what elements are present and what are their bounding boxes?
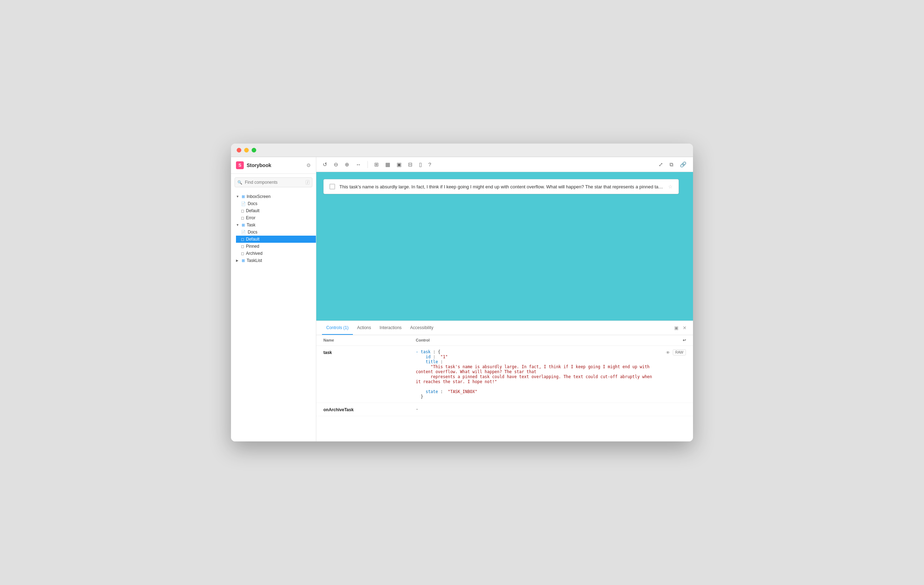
fullscreen-preview-icon[interactable]: ▯ (417, 160, 423, 169)
search-shortcut: / (305, 180, 310, 185)
control-name-task: task (323, 349, 416, 355)
docs-icon-task: 📄 (241, 230, 246, 235)
code-indent4 (416, 374, 431, 379)
tab-controls[interactable]: Controls (1) (322, 321, 353, 335)
code-title-val: "This task's name is absurdly large. In … (416, 364, 650, 374)
sidebar-item-label-tasklist: TaskList (247, 258, 262, 263)
tab-actions-label: Actions (357, 325, 371, 330)
search-icon: 🔍 (238, 180, 243, 185)
story-icon-inbox-error: ◻ (241, 216, 244, 220)
task-star-icon[interactable]: ☆ (668, 184, 673, 189)
viewport-icon[interactable]: ⊟ (407, 160, 414, 169)
sidebar-item-inbox-default[interactable]: ◻ Default (236, 207, 316, 214)
story-icon-task-archived: ◻ (241, 251, 244, 256)
traffic-lights (237, 148, 256, 152)
zoom-in-icon[interactable]: ⊕ (343, 160, 351, 169)
sidebar-item-task[interactable]: ▼ ⊞ Task (231, 221, 316, 228)
task-card: This task's name is absurdly large. In f… (323, 179, 679, 194)
expand-arrow-task: ▼ (236, 223, 240, 227)
col-header-name: Name (323, 338, 416, 343)
code-id-key: id (426, 354, 431, 359)
sidebar-item-label-task: Task (247, 223, 256, 228)
expand-icon[interactable]: ⤢ (657, 160, 665, 169)
sidebar-item-label-inbox-default: Default (246, 208, 259, 213)
new-tab-icon[interactable]: ⧉ (668, 160, 675, 169)
code-title-val2: represents a pinned task could have text… (416, 374, 652, 384)
sidebar-item-label-inboxscreen: InboxScreen (247, 194, 271, 199)
app-window: S Storybook ⚙ 🔍 / ▼ ⊞ InboxScreen 📄 (231, 144, 693, 441)
help-icon[interactable]: ? (427, 160, 432, 169)
control-value-task: - task : { id : "1" title : "This task's… (416, 349, 657, 399)
code-indent5 (416, 389, 426, 394)
tab-controls-label: Controls (1) (326, 325, 349, 330)
tab-actions[interactable]: Actions (353, 321, 375, 335)
grid-icon[interactable]: ⊞ (373, 160, 380, 169)
docs-icon-inbox: 📄 (241, 202, 246, 206)
code-state-val: "TASK_INBOX" (448, 389, 477, 394)
component-icon-task: ⊞ (242, 223, 245, 228)
zoom-reset-icon[interactable]: ↔ (354, 160, 363, 169)
expand-arrow-tasklist: ▶ (236, 259, 240, 262)
sidebar-item-inbox-docs[interactable]: 📄 Docs (236, 200, 316, 207)
tab-interactions[interactable]: Interactions (375, 321, 406, 335)
reset-all-icon[interactable]: ↩ (675, 338, 686, 343)
code-title-key: title (426, 359, 438, 364)
sidebar-item-label-task-default: Default (246, 237, 259, 242)
app-body: S Storybook ⚙ 🔍 / ▼ ⊞ InboxScreen 📄 (231, 157, 693, 441)
tab-accessibility-label: Accessibility (410, 325, 433, 330)
link-icon[interactable]: 🔗 (678, 160, 688, 169)
tab-accessibility[interactable]: Accessibility (406, 321, 437, 335)
close-button[interactable] (237, 148, 241, 152)
controls-header: Name Control ↩ (316, 335, 693, 346)
task-title-text: This task's name is absurdly large. In f… (339, 184, 664, 189)
raw-button[interactable]: RAW (673, 349, 686, 355)
sidebar-header: S Storybook ⚙ (231, 157, 316, 174)
sidebar-item-inboxscreen[interactable]: ▼ ⊞ InboxScreen (231, 193, 316, 200)
story-icon-task-pinned: ◻ (241, 244, 244, 249)
code-colon2: : (438, 359, 443, 364)
zoom-out-icon[interactable]: ⊖ (332, 160, 340, 169)
sidebar-item-task-docs[interactable]: 📄 Docs (236, 228, 316, 236)
controls-area: Name Control ↩ task - task : { id : "1" … (316, 335, 693, 441)
panel-layout-icon[interactable]: ▣ (673, 324, 679, 331)
component-tree: ▼ ⊞ InboxScreen 📄 Docs ◻ Default ◻ Error (231, 191, 316, 441)
control-actions-task: 👁 RAW (657, 349, 686, 355)
minimize-button[interactable] (244, 148, 249, 152)
col-header-control: Control (416, 338, 675, 343)
sidebar-item-inbox-error[interactable]: ◻ Error (236, 214, 316, 221)
code-indent1 (416, 354, 426, 359)
refresh-icon[interactable]: ↺ (321, 160, 329, 169)
sidebar-item-task-default[interactable]: ◻ Default (236, 236, 316, 243)
story-icon-task-default: ◻ (241, 237, 244, 242)
tabs-row: Controls (1) Actions Interactions Access… (316, 321, 693, 335)
toolbar-right: ⤢ ⧉ 🔗 (657, 160, 688, 169)
sidebar-item-tasklist[interactable]: ▶ ⊞ TaskList (231, 257, 316, 264)
control-name-onArchivetask: onArchiveTask (323, 407, 416, 412)
layout-icon[interactable]: ▦ (384, 160, 392, 169)
sidebar-item-label-inbox-error: Error (246, 215, 256, 220)
sidebar: S Storybook ⚙ 🔍 / ▼ ⊞ InboxScreen 📄 (231, 157, 316, 441)
sidebar-item-task-pinned[interactable]: ◻ Pinned (236, 243, 316, 250)
code-colon1: : (431, 354, 441, 359)
search-input[interactable] (234, 177, 312, 187)
sidebar-item-label-task-archived: Archived (246, 251, 262, 256)
code-colon3: : (438, 389, 448, 394)
tab-interactions-label: Interactions (380, 325, 402, 330)
settings-icon[interactable]: ⚙ (306, 162, 311, 168)
sidebar-item-label-task-docs: Docs (248, 230, 257, 235)
titlebar (231, 144, 693, 157)
app-name: Storybook (247, 162, 271, 168)
panel-close-icon[interactable]: ✕ (682, 324, 687, 331)
code-indent2 (416, 359, 426, 364)
task-checkbox[interactable] (330, 184, 335, 189)
story-icon-inbox-default: ◻ (241, 208, 244, 213)
panel-icon[interactable]: ▣ (395, 160, 403, 169)
eye-icon[interactable]: 👁 (666, 350, 670, 355)
main-content: ↺ ⊖ ⊕ ↔ ⊞ ▦ ▣ ⊟ ▯ ? ⤢ ⧉ 🔗 (316, 157, 693, 441)
toolbar: ↺ ⊖ ⊕ ↔ ⊞ ▦ ▣ ⊟ ▯ ? ⤢ ⧉ 🔗 (316, 157, 693, 172)
logo-area: S Storybook (236, 161, 271, 169)
code-brace-open: : { (431, 349, 441, 354)
sidebar-item-task-archived[interactable]: ◻ Archived (236, 250, 316, 257)
maximize-button[interactable] (252, 148, 256, 152)
component-icon-tasklist: ⊞ (242, 258, 245, 263)
